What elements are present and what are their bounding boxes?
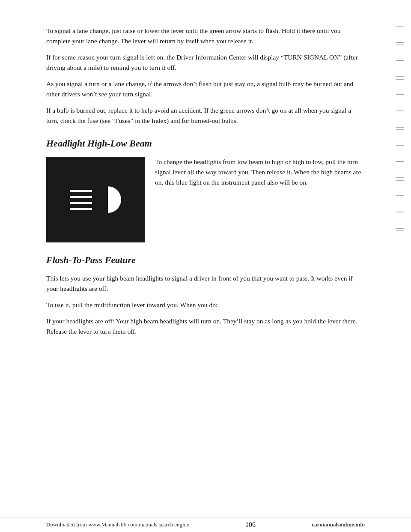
margin-mark-9 <box>396 161 404 162</box>
main-content: To signal a lane change, just raise or l… <box>0 0 411 517</box>
flash-pass-paragraph-2: To use it, pull the multifunction lever … <box>46 300 365 310</box>
headlight-section-block: To change the headlights from low beam t… <box>46 157 365 242</box>
margin-marks <box>396 26 404 246</box>
beam-line-3 <box>70 202 92 204</box>
section-headlight-heading: Headlight High-Low Beam <box>46 138 365 149</box>
section-flash-pass-heading: Flash-To-Pass Feature <box>46 254 365 266</box>
margin-mark-3 <box>396 60 404 61</box>
margin-mark-7 <box>396 127 404 130</box>
underline-prefix: If your headlights are off: <box>46 317 114 325</box>
beam-line-1 <box>70 190 92 192</box>
flash-pass-paragraph-3: If your headlights are off: Your high be… <box>46 316 365 337</box>
footer-suffix-text: manuals search engine <box>137 521 189 528</box>
margin-mark-6 <box>396 111 404 111</box>
beam-line-4 <box>70 208 92 210</box>
headlight-symbol <box>70 186 121 213</box>
footer-left: Downloaded from www.Manualslib.com manua… <box>46 521 189 528</box>
margin-mark-12 <box>396 212 404 212</box>
margin-mark-5 <box>396 94 404 95</box>
footer-right-text: carmanualsonline.info <box>312 521 365 528</box>
headlight-circle <box>95 186 121 213</box>
beam-lines <box>70 190 92 210</box>
footer-page-number: 106 <box>245 521 256 529</box>
paragraph-4: If a bulb is burned out, replace it to h… <box>46 105 365 126</box>
margin-mark-13 <box>396 228 404 231</box>
paragraph-3: As you signal a turn or a lane change, i… <box>46 79 365 99</box>
margin-mark-1 <box>396 26 404 27</box>
paragraph-1: To signal a lane change, just raise or l… <box>46 26 365 46</box>
footer-manualslib-link[interactable]: www.Manualslib.com <box>88 521 137 528</box>
margin-mark-10 <box>396 177 404 181</box>
beam-line-2 <box>70 196 92 198</box>
headlight-description: To change the headlights from low beam t… <box>155 157 365 242</box>
footer-downloaded-text: Downloaded from <box>46 521 88 528</box>
margin-mark-4 <box>396 76 404 80</box>
paragraph-2: If for some reason your turn signal is l… <box>46 52 365 73</box>
headlight-diagram-image <box>46 157 145 242</box>
flash-pass-paragraph-1: This lets you use your high beam headlig… <box>46 273 365 294</box>
page-footer: Downloaded from www.Manualslib.com manua… <box>0 517 411 532</box>
margin-mark-8 <box>396 145 404 146</box>
margin-mark-2 <box>396 42 404 45</box>
page: To signal a lane change, just raise or l… <box>0 0 411 532</box>
margin-mark-11 <box>396 195 404 196</box>
